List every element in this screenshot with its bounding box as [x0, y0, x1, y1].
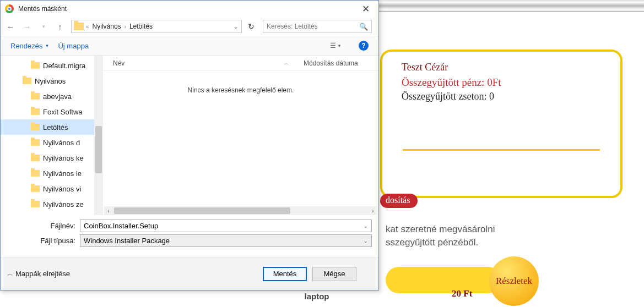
tree-label: Nyilvános ke [43, 154, 84, 162]
back-button[interactable]: ← [3, 19, 18, 34]
chevron-down-icon[interactable]: ⌄ [364, 238, 368, 244]
breadcrumb-part[interactable]: Letöltés [129, 23, 153, 30]
tree-item[interactable]: Nyilvános le [1, 166, 94, 181]
window-chrome-bar [379, 0, 644, 12]
tree-item[interactable]: Foxit Softwa [1, 104, 94, 119]
cancel-button[interactable]: Mégse [312, 267, 356, 281]
hint-line-1: kat szeretné megvásárolni [386, 224, 495, 234]
chevron-down-icon: ▼ [45, 43, 50, 48]
filetype-select[interactable]: Windows Installer Package ⌄ [80, 234, 372, 247]
folder-icon [31, 93, 40, 100]
chevron-right-icon: « [86, 24, 89, 30]
tree-label: Nyilvános le [43, 169, 82, 178]
panel-divider [403, 149, 600, 151]
up-button[interactable]: ↑ [52, 19, 68, 34]
tree-item[interactable]: Nyilvános [1, 73, 94, 89]
folder-icon [31, 170, 40, 177]
title-bar: Mentés másként ✕ [1, 1, 378, 17]
folder-tree[interactable]: Default.migra Nyilvános abevjava Foxit S… [1, 56, 94, 215]
horizontal-scrollbar[interactable]: ‹ › [104, 206, 377, 215]
tree-item[interactable]: Default.migra [1, 58, 94, 73]
filename-label: Fájlnév: [7, 222, 80, 230]
folder-icon [23, 78, 31, 84]
dialog-title: Mentés másként [18, 5, 67, 13]
modify-badge[interactable]: dosítás [380, 194, 418, 208]
folder-icon [74, 23, 84, 30]
filename-input[interactable]: ⌄ [80, 220, 372, 232]
folder-icon [31, 201, 40, 207]
tree-item[interactable]: Nyilvános ke [1, 150, 94, 166]
chevron-down-icon[interactable]: ⌄ [230, 24, 241, 30]
forward-button[interactable]: → [19, 19, 35, 34]
filetype-value: Windows Installer Package [84, 237, 364, 245]
column-header-row: Név ︿ Módosítás dátuma [103, 56, 378, 71]
search-icon: 🔍 [359, 23, 368, 31]
scrollbar-thumb[interactable] [114, 207, 290, 214]
search-input[interactable]: 🔍 [263, 20, 372, 33]
scroll-right-button[interactable]: › [369, 206, 377, 215]
tree-scrollbar[interactable] [94, 56, 103, 215]
organize-label: Rendezés [10, 42, 43, 50]
product-name: laptop [262, 292, 372, 301]
filetype-label: Fájl típusa: [7, 237, 80, 245]
breadcrumb[interactable]: « Nyilvános › Letöltés ⌄ [71, 20, 242, 33]
folder-icon [31, 139, 40, 146]
sort-indicator[interactable]: ︿ [274, 59, 294, 67]
tree-item[interactable]: Nyilvános vi [1, 181, 94, 196]
tree-label: Letöltés [43, 123, 68, 131]
hide-folders-link[interactable]: Mappák elrejtése [15, 270, 70, 278]
tree-label: Nyilvános d [43, 139, 80, 147]
scrollbar-thumb[interactable] [95, 126, 102, 173]
folder-icon [31, 185, 40, 192]
tree-label: Default.migra [43, 62, 85, 70]
empty-message: Nincs a keresésnek megfelelő elem. [103, 71, 378, 206]
close-button[interactable]: ✕ [358, 3, 374, 15]
product-track [386, 267, 501, 293]
save-button[interactable]: Mentés [263, 267, 307, 281]
nav-bar: ← → ▾ ↑ « Nyilvános › Letöltés ⌄ ↻ 🔍 [1, 17, 378, 36]
tree-item[interactable]: Nyilvános ze [1, 196, 94, 212]
folder-icon [31, 108, 40, 115]
recent-dropdown[interactable]: ▾ [36, 19, 51, 34]
new-folder-button[interactable]: Új mappa [58, 42, 89, 50]
help-button[interactable]: ? [359, 41, 369, 51]
organize-button[interactable]: Rendezés ▼ [10, 42, 49, 50]
chevron-right-icon: › [125, 24, 126, 30]
tree-item-selected[interactable]: Letöltés [1, 119, 94, 135]
refresh-button[interactable]: ↻ [244, 20, 258, 33]
expand-icon[interactable]: ︿ [7, 270, 13, 278]
file-list-pane: Név ︿ Módosítás dátuma Nincs a keresésne… [103, 56, 378, 215]
dialog-body: Default.migra Nyilvános abevjava Foxit S… [1, 56, 378, 215]
chrome-icon [5, 4, 14, 13]
tree-label: Nyilvános [35, 77, 66, 85]
breadcrumb-part[interactable]: Nyilvános [93, 23, 121, 30]
user-name: Teszt Cézár [402, 62, 601, 73]
view-options-button[interactable]: ☰ ▼ [330, 40, 345, 51]
collected-chips: Összegyűjtött zseton: 0 [402, 91, 601, 102]
tree-label: abevjava [43, 92, 72, 101]
scroll-left-button[interactable]: ‹ [104, 206, 113, 215]
save-as-dialog: Mentés másként ✕ ← → ▾ ↑ « Nyilvános › L… [0, 0, 379, 290]
tree-item[interactable]: Nyilvános d [1, 135, 94, 150]
dialog-footer: ︿ Mappák elrejtése Mentés Mégse [1, 257, 378, 290]
collected-money: Összegyűjtött pénz: 0Ft [402, 76, 601, 89]
tree-label: Foxit Softwa [43, 108, 83, 116]
toolbar: Rendezés ▼ Új mappa ☰ ▼ ? [1, 36, 378, 56]
details-button[interactable]: Részletek [489, 256, 539, 306]
filename-field[interactable] [84, 222, 364, 230]
tree-label: Nyilvános vi [43, 185, 81, 193]
info-panel: Teszt Cézár Összegyűjtött pénz: 0Ft Össz… [380, 50, 623, 198]
folder-icon [31, 155, 40, 161]
tree-item[interactable]: abevjava [1, 89, 94, 104]
hint-line-2: sszegyűjtött pénzéből. [386, 237, 478, 248]
column-header-name[interactable]: Név [103, 59, 274, 67]
chevron-down-icon[interactable]: ⌄ [364, 223, 368, 229]
folder-icon [31, 124, 40, 130]
purchase-hint: kat szeretné megvásárolni sszegyűjtött p… [386, 223, 495, 249]
column-header-modified[interactable]: Módosítás dátuma [294, 59, 378, 67]
tree-label: Nyilvános ze [43, 200, 84, 209]
search-field[interactable] [267, 23, 359, 30]
product-price: 20 Ft [452, 288, 472, 299]
filename-fields: Fájlnév: ⌄ Fájl típusa: Windows Installe… [1, 215, 378, 251]
folder-icon [31, 62, 40, 69]
